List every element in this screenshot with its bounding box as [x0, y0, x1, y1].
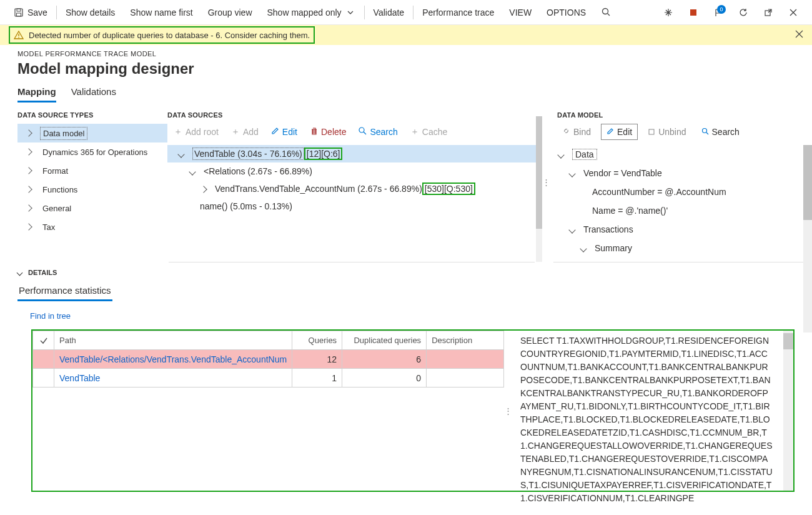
ds-row-vendtrans[interactable]: VendTrans.VendTable_AccountNum (2.67s - …: [167, 180, 542, 198]
scrollbar-thumb[interactable]: [536, 116, 542, 229]
ds-row-name[interactable]: name() (5.0ms - 0.13%): [167, 198, 542, 215]
flag-icon: 0: [713, 8, 723, 18]
search-button[interactable]: [593, 0, 618, 25]
dm-row-accountnum[interactable]: AccountNumber = @.AccountNum: [550, 182, 803, 201]
dm-search-button[interactable]: Search: [696, 124, 745, 139]
dm-row-name[interactable]: Name = @.'name()': [550, 201, 803, 220]
pencil-icon: [607, 127, 614, 137]
svg-point-8: [18, 37, 19, 38]
dstype-item-general[interactable]: General: [17, 199, 167, 218]
svg-rect-11: [649, 129, 654, 134]
app-switcher-button[interactable]: [656, 0, 681, 25]
col-desc[interactable]: Description: [427, 331, 504, 350]
dm-row-vendor[interactable]: Vendor = VendTable: [550, 164, 803, 182]
view-button[interactable]: VIEW: [502, 0, 539, 25]
search-icon: [601, 8, 611, 18]
ds-row-relations[interactable]: <Relations (2.67s - 66.89%): [167, 162, 542, 180]
separator: [56, 6, 57, 19]
pencil-icon: [271, 127, 279, 137]
splitter-handle[interactable]: ⋮: [504, 406, 512, 416]
scrollbar[interactable]: [783, 331, 793, 491]
tab-validations[interactable]: Validations: [71, 86, 116, 102]
add-button[interactable]: ＋Add: [225, 124, 265, 140]
scrollbar-thumb[interactable]: [783, 333, 793, 349]
splitter-handle[interactable]: ⋮: [542, 102, 550, 262]
chevron-right-icon: [25, 129, 32, 136]
delete-button[interactable]: Delete: [304, 124, 352, 139]
scrollbar[interactable]: [803, 145, 812, 332]
main-columns: DATA SOURCE TYPES Data model Dynamics 36…: [0, 102, 812, 262]
chevron-down-icon: [580, 245, 587, 252]
svg-point-3: [602, 9, 608, 14]
svg-point-12: [702, 129, 706, 133]
cell-desc: [427, 369, 504, 388]
performance-trace-button[interactable]: Performance trace: [415, 0, 502, 25]
ds-label: DATA SOURCES: [167, 111, 542, 119]
group-view-button[interactable]: Group view: [201, 0, 260, 25]
table-row[interactable]: VendTable/<Relations/VendTrans.VendTable…: [33, 350, 504, 369]
chevron-right-icon: [25, 148, 32, 155]
show-details-button[interactable]: Show details: [58, 0, 122, 25]
dstype-item-d365fo[interactable]: Dynamics 365 for Operations: [17, 142, 167, 161]
options-button[interactable]: OPTIONS: [539, 0, 593, 25]
validate-button[interactable]: Validate: [366, 0, 412, 25]
cell-dup: 6: [342, 350, 427, 369]
add-root-button[interactable]: ＋Add root: [167, 124, 225, 140]
chevron-down-icon: [345, 8, 355, 18]
office-button[interactable]: [681, 0, 706, 25]
dm-row-transactions[interactable]: Transactions: [550, 220, 803, 239]
link-icon: [562, 127, 570, 137]
show-mapped-only-button[interactable]: Show mapped only: [260, 0, 363, 25]
col-check[interactable]: [33, 331, 54, 350]
perf-stats-container: Path Queries Duplicated queries Descript…: [31, 329, 795, 492]
scrollbar[interactable]: [536, 116, 542, 262]
col-queries[interactable]: Queries: [292, 331, 342, 350]
chevron-right-icon: [25, 186, 32, 192]
tab-perf-stats[interactable]: Performance statistics: [17, 281, 112, 301]
header: MODEL PERFORMANCE TRACE MODEL Model mapp…: [0, 45, 812, 102]
close-button[interactable]: [781, 0, 806, 25]
separator: [413, 6, 413, 19]
cache-button[interactable]: ＋Cache: [404, 124, 453, 140]
dm-row-data[interactable]: Data: [550, 145, 803, 164]
counts-badge: [530][Q:530]: [422, 182, 475, 195]
dstype-item-functions[interactable]: Functions: [17, 180, 167, 199]
scrollbar-thumb[interactable]: [803, 145, 812, 220]
path-link[interactable]: VendTable: [59, 373, 100, 383]
ds-search-button[interactable]: Search: [352, 124, 404, 139]
refresh-button[interactable]: [731, 0, 756, 25]
info-banner-outer: Detected number of duplicate queries to …: [0, 25, 812, 45]
tab-mapping[interactable]: Mapping: [17, 86, 56, 102]
dstype-item-data-model[interactable]: Data model: [17, 124, 167, 142]
details-header[interactable]: DETAILS: [17, 269, 795, 276]
dm-row-summary[interactable]: Summary: [550, 239, 803, 258]
banner-close-button[interactable]: [795, 30, 803, 40]
dstype-item-format[interactable]: Format: [17, 161, 167, 180]
page-title: Model mapping designer: [17, 60, 795, 78]
popout-button[interactable]: [756, 0, 781, 25]
dm-edit-button[interactable]: Edit: [601, 124, 638, 140]
save-button[interactable]: Save: [6, 0, 55, 25]
refresh-icon: [738, 8, 748, 18]
toolbar: Save Show details Show name first Group …: [0, 0, 812, 25]
col-path[interactable]: Path: [54, 331, 292, 350]
search-icon: [701, 127, 709, 137]
datasource-types-panel: DATA SOURCE TYPES Data model Dynamics 36…: [17, 102, 167, 262]
col-dup[interactable]: Duplicated queries: [342, 331, 427, 350]
perf-table: Path Queries Duplicated queries Descript…: [32, 331, 504, 388]
notifications-button[interactable]: 0: [706, 0, 731, 25]
unbind-button[interactable]: Unbind: [643, 124, 691, 139]
edit-button[interactable]: Edit: [265, 124, 304, 139]
bind-button[interactable]: Bind: [557, 124, 596, 139]
table-row[interactable]: VendTable 1 0: [33, 369, 504, 388]
svg-line-13: [706, 132, 708, 134]
dstype-item-tax[interactable]: Tax: [17, 218, 167, 236]
cell-desc: [427, 350, 504, 369]
chevron-right-icon: [25, 223, 32, 230]
chevron-down-icon: [568, 226, 575, 233]
chevron-down-icon: [17, 269, 23, 276]
show-name-first-button[interactable]: Show name first: [122, 0, 200, 25]
ds-row-vendtable[interactable]: VendTable (3.04s - 76.16%)[12][Q:6]: [167, 145, 542, 162]
find-in-tree-link[interactable]: Find in tree: [30, 311, 71, 321]
path-link[interactable]: VendTable/<Relations/VendTrans.VendTable…: [59, 354, 287, 364]
